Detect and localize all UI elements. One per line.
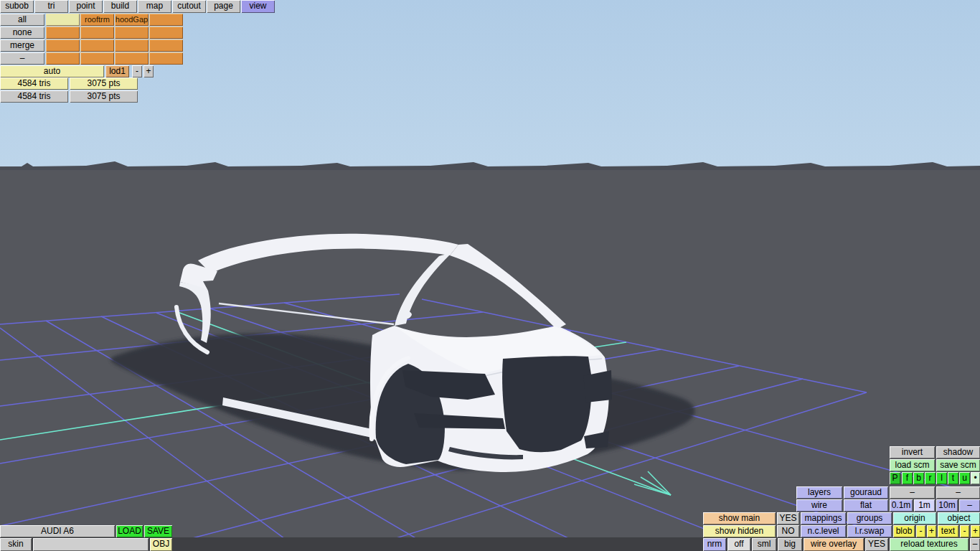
lod-minus-button[interactable]: -	[132, 65, 142, 77]
tab-map[interactable]: map	[138, 0, 171, 13]
tab-page[interactable]: page	[207, 0, 240, 13]
lr-swap-button[interactable]: l.r.swap	[847, 525, 892, 537]
text-plus-button[interactable]: +	[971, 525, 980, 537]
text-button[interactable]: text	[938, 525, 958, 537]
skin-button[interactable]: skin	[0, 538, 32, 551]
tab-build[interactable]: build	[103, 0, 137, 13]
view-persp-button[interactable]: P	[890, 472, 900, 484]
layer-cell[interactable]	[80, 39, 114, 52]
show-hidden-button[interactable]: show hidden	[703, 525, 776, 537]
lod-current[interactable]: lod1	[105, 65, 129, 77]
layer-cell[interactable]	[149, 52, 183, 65]
skin-filename-field[interactable]	[33, 538, 149, 551]
load-button[interactable]: LOAD	[116, 525, 143, 537]
dash-button[interactable]: –	[936, 486, 980, 499]
tab-point[interactable]: point	[69, 0, 103, 13]
layer-cell[interactable]	[46, 39, 80, 52]
layers-none-button[interactable]: none	[0, 27, 44, 39]
blob-minus-button[interactable]: -	[916, 525, 925, 537]
layer-cell[interactable]	[149, 39, 183, 52]
tab-cutout[interactable]: cutout	[172, 0, 206, 13]
tab-tri[interactable]: tri	[34, 0, 68, 13]
stat-total-tris: 4584 tris	[0, 90, 68, 103]
layer-cell[interactable]	[46, 52, 80, 65]
wire-overlay-toggle[interactable]: YES	[865, 538, 888, 551]
layers-button[interactable]: layers	[796, 486, 842, 499]
load-scm-button[interactable]: load scm	[890, 459, 935, 471]
stat-selected-pts: 3075 pts	[70, 77, 138, 90]
view-top-button[interactable]: t	[948, 472, 958, 484]
show-main-button[interactable]: show main	[703, 512, 776, 524]
layer-cell-selected[interactable]	[46, 14, 80, 26]
view-front-button[interactable]: f	[902, 472, 913, 484]
view-under-button[interactable]: u	[959, 472, 970, 484]
gouraud-button[interactable]: gouraud	[844, 486, 888, 499]
layer-cell[interactable]	[46, 27, 80, 39]
grid-step-10m-button[interactable]: 10m	[936, 499, 958, 512]
tab-subob[interactable]: subob	[0, 0, 34, 13]
origin-button[interactable]: origin	[893, 512, 936, 524]
object-button[interactable]: object	[938, 512, 980, 524]
dash-button[interactable]: –	[890, 486, 935, 499]
layers-merge-button[interactable]: merge	[0, 39, 44, 52]
grid-step-01m-button[interactable]: 0.1m	[890, 499, 913, 512]
layers-dash-button[interactable]: –	[0, 52, 44, 65]
layer-cell[interactable]	[149, 14, 183, 26]
grid-step-1m-button[interactable]: 1m	[914, 499, 935, 512]
layer-cell-hoodgap[interactable]: hoodGap	[115, 14, 149, 26]
lod-auto-button[interactable]: auto	[0, 65, 104, 77]
app-window: subob tri point build map cutout page vi…	[0, 0, 980, 551]
view-right-button[interactable]: r	[925, 472, 936, 484]
nrm-small-button[interactable]: sml	[752, 538, 776, 551]
layer-cell[interactable]	[115, 27, 149, 39]
viewport-3d[interactable]	[0, 0, 980, 551]
layer-cell[interactable]	[80, 52, 114, 65]
layer-cell[interactable]	[149, 27, 183, 39]
nrm-button[interactable]: nrm	[703, 538, 726, 551]
groups-button[interactable]: groups	[847, 512, 892, 524]
save-scm-button[interactable]: save scm	[936, 459, 980, 471]
view-back-button[interactable]: b	[913, 472, 924, 484]
mappings-button[interactable]: mappings	[801, 512, 846, 524]
wire-button[interactable]: wire	[796, 499, 842, 512]
car-grille-opening	[502, 356, 591, 452]
save-button[interactable]: SAVE	[144, 525, 172, 537]
nrm-big-button[interactable]: big	[778, 538, 802, 551]
nc-level-button[interactable]: n.c.level	[801, 525, 846, 537]
obj-format-button[interactable]: OBJ	[150, 538, 172, 551]
wire-overlay-button[interactable]: wire overlay	[804, 538, 864, 551]
shadow-button[interactable]: shadow	[936, 446, 980, 458]
text-minus-button[interactable]: -	[960, 525, 969, 537]
stat-selected-tris: 4584 tris	[0, 77, 68, 90]
blob-plus-button[interactable]: +	[927, 525, 936, 537]
show-main-toggle[interactable]: YES	[777, 512, 799, 524]
view-dot-button[interactable]: •	[971, 472, 980, 484]
reload-textures-button[interactable]: reload textures	[890, 538, 969, 551]
nrm-off-button[interactable]: off	[727, 538, 750, 551]
show-hidden-toggle[interactable]: NO	[777, 525, 799, 537]
invert-button[interactable]: invert	[890, 446, 935, 458]
stat-total-pts: 3075 pts	[70, 90, 138, 103]
model-name-field[interactable]: AUDI A6	[0, 525, 115, 537]
layer-cell[interactable]	[115, 39, 149, 52]
view-left-button[interactable]: l	[936, 472, 947, 484]
flat-button[interactable]: flat	[844, 499, 888, 512]
layer-cell[interactable]	[115, 52, 149, 65]
tab-view[interactable]: view	[241, 0, 275, 13]
lod-plus-button[interactable]: +	[143, 65, 154, 77]
blob-button[interactable]: blob	[893, 525, 915, 537]
layer-cell[interactable]	[80, 27, 114, 39]
layer-cell-rooftrm[interactable]: rooftrm	[80, 14, 114, 26]
grid-step-dash-button[interactable]: –	[959, 499, 980, 512]
dash-button[interactable]: –	[970, 538, 980, 551]
layers-all-button[interactable]: all	[0, 14, 44, 26]
